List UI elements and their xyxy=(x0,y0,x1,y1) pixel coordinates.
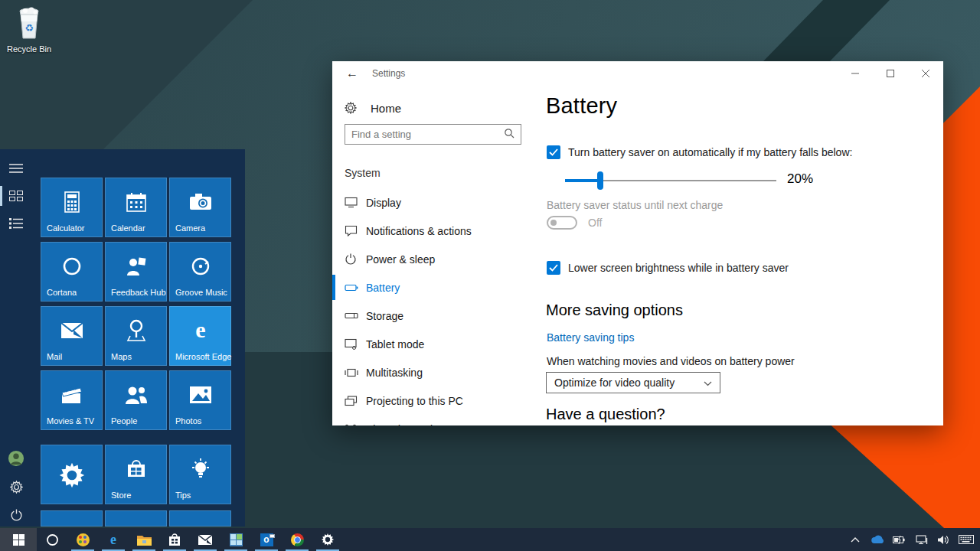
nav-item-multitasking[interactable]: Multitasking xyxy=(332,358,546,386)
taskbar-file-explorer[interactable] xyxy=(129,528,159,551)
recycle-bin-icon: ♻ xyxy=(15,6,44,40)
partial-icon xyxy=(41,519,102,527)
taskbar-store[interactable] xyxy=(159,528,190,551)
battery-icon xyxy=(345,284,358,292)
nav-item-projecting[interactable]: Projecting to this PC xyxy=(332,386,546,415)
nav-item-power-sleep[interactable]: Power & sleep xyxy=(332,245,546,273)
show-hidden-icons-chevron[interactable] xyxy=(848,532,863,547)
nav-item-display[interactable]: Display xyxy=(332,188,546,217)
multitasking-icon xyxy=(345,368,358,377)
power-icon[interactable] xyxy=(8,507,24,523)
battery-threshold-slider[interactable] xyxy=(565,171,776,190)
groove-music-icon xyxy=(170,252,230,281)
tile-store[interactable]: Store xyxy=(105,445,167,504)
tile-people[interactable]: People xyxy=(105,370,167,430)
tile-grid-cutoff xyxy=(41,510,231,527)
svg-text:♻: ♻ xyxy=(24,22,34,34)
pinned-tiles-icon[interactable] xyxy=(8,187,24,204)
recycle-bin[interactable]: ♻ Recycle Bin xyxy=(5,6,54,54)
nav-item-tablet-mode[interactable]: Tablet mode xyxy=(332,330,546,358)
window-title: Settings xyxy=(372,68,405,79)
battery-saver-checkbox[interactable] xyxy=(547,145,560,159)
search-icon[interactable] xyxy=(504,128,521,142)
mail-icon xyxy=(41,316,102,345)
tile-cortana[interactable]: Cortana xyxy=(41,242,103,302)
battery-saver-checkbox-row: Turn battery saver on automatically if m… xyxy=(547,145,914,159)
tile-groove-music[interactable]: Groove Music xyxy=(169,242,231,302)
nav-item-battery[interactable]: Battery xyxy=(332,273,546,302)
tile-microsoft-edge[interactable]: e Microsoft Edge xyxy=(169,306,231,366)
taskbar-mail[interactable] xyxy=(190,528,220,551)
watching-label: When watching movies and videos on batte… xyxy=(547,355,795,367)
tile-photos[interactable]: Photos xyxy=(169,370,231,430)
battery-saver-toggle-row: Off xyxy=(547,216,602,230)
nav-home[interactable]: Home xyxy=(345,99,401,116)
tablet-mode-icon xyxy=(345,338,358,350)
gear-icon xyxy=(345,102,357,114)
tile-camera[interactable]: Camera xyxy=(169,178,231,237)
user-avatar[interactable] xyxy=(8,450,24,467)
maximize-button[interactable] xyxy=(873,61,908,86)
taskbar-chrome[interactable] xyxy=(282,528,312,551)
battery-saver-toggle[interactable] xyxy=(547,216,577,230)
slider-thumb[interactable] xyxy=(597,171,603,190)
minimize-button[interactable] xyxy=(838,61,873,86)
all-apps-icon[interactable] xyxy=(8,215,24,232)
battery-tray-icon[interactable] xyxy=(892,532,907,547)
partial-icon xyxy=(106,519,166,527)
brightness-checkbox[interactable] xyxy=(547,261,560,275)
taskbar-paint[interactable] xyxy=(67,528,98,551)
settings-gear-icon[interactable] xyxy=(8,478,24,495)
battery-saver-checkbox-label: Turn battery saver on automatically if m… xyxy=(568,146,852,158)
start-button[interactable] xyxy=(0,528,37,551)
toggle-state-label: Off xyxy=(588,217,602,229)
onedrive-icon[interactable] xyxy=(870,532,885,547)
partial-icon xyxy=(170,519,230,527)
battery-saving-tips-link[interactable]: Battery saving tips xyxy=(547,331,634,344)
nav-item-storage[interactable]: Storage xyxy=(332,302,546,330)
taskbar-outlook[interactable]: o xyxy=(251,528,282,551)
video-quality-dropdown[interactable]: Optimize for video quality xyxy=(546,372,720,393)
tile-feedback-hub[interactable]: Feedback Hub xyxy=(105,242,167,302)
touch-keyboard-icon[interactable] xyxy=(959,532,974,547)
tile-partial-3[interactable] xyxy=(169,510,231,527)
svg-text:e: e xyxy=(195,318,205,342)
volume-icon[interactable] xyxy=(936,532,952,547)
paint-icon xyxy=(77,533,90,546)
close-button[interactable] xyxy=(908,61,943,86)
taskbar-edge[interactable]: e xyxy=(98,528,129,551)
tile-maps[interactable]: Maps xyxy=(105,306,167,366)
tile-settings[interactable] xyxy=(41,445,103,504)
tile-grid: Calculator Calendar Camera Cortana Feedb… xyxy=(41,178,231,430)
settings-gear-icon xyxy=(321,533,335,546)
battery-page: Battery Turn battery saver on automatica… xyxy=(546,86,943,425)
nav-item-shared-experiences[interactable]: Shared experiences xyxy=(332,415,546,425)
tile-partial-2[interactable] xyxy=(105,510,167,527)
nav-section-label: System xyxy=(345,167,381,179)
tile-tips[interactable]: Tips xyxy=(169,445,231,504)
taskbar-photos[interactable] xyxy=(220,528,251,551)
desktop: ♻ Recycle Bin ← Settings Home System xyxy=(0,0,980,551)
slider-fill xyxy=(565,179,600,182)
taskbar-settings[interactable] xyxy=(312,528,343,551)
search-box[interactable] xyxy=(345,124,521,145)
nav-item-notifications[interactable]: Notifications & actions xyxy=(332,217,546,245)
tile-calculator[interactable]: Calculator xyxy=(41,178,103,237)
edge-icon: e xyxy=(106,532,121,547)
nav-home-label: Home xyxy=(371,102,401,115)
taskbar-cortana[interactable] xyxy=(37,528,67,551)
calendar-icon xyxy=(106,187,166,217)
titlebar[interactable]: ← Settings xyxy=(332,61,943,86)
network-icon[interactable] xyxy=(914,532,929,547)
photos-icon xyxy=(170,380,230,409)
tile-calendar[interactable]: Calendar xyxy=(105,178,167,237)
back-button[interactable]: ← xyxy=(343,65,361,82)
search-input[interactable] xyxy=(345,129,504,140)
hamburger-icon[interactable] xyxy=(8,160,24,177)
tile-partial-1[interactable] xyxy=(41,510,103,527)
settings-gear-icon xyxy=(41,461,102,490)
cortana-icon xyxy=(41,252,102,281)
tile-movies-tv[interactable]: Movies & TV xyxy=(41,370,103,430)
tile-mail[interactable]: Mail xyxy=(41,306,103,366)
rail-selected-indicator xyxy=(0,186,2,206)
